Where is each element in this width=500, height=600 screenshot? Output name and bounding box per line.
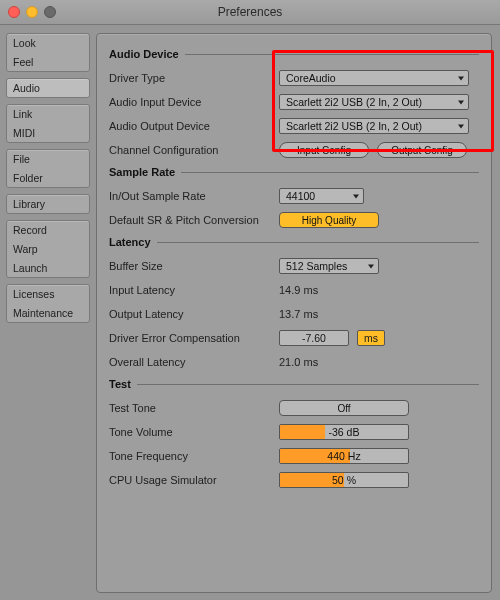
main-panel: Audio Device Driver Type CoreAudio Audio… bbox=[96, 33, 492, 593]
value-overall-latency: 21.0 ms bbox=[279, 356, 318, 368]
label-tone-volume: Tone Volume bbox=[109, 426, 279, 438]
value-input-latency: 14.9 ms bbox=[279, 284, 318, 296]
sidebar-item-link[interactable]: Link bbox=[7, 105, 89, 123]
sidebar-item-file[interactable]: File bbox=[7, 150, 89, 168]
sidebar-item-licenses[interactable]: Licenses bbox=[7, 285, 89, 303]
sample-rate-dropdown[interactable]: 44100 bbox=[279, 188, 364, 204]
sidebar-item-maintenance[interactable]: Maintenance bbox=[7, 303, 89, 322]
label-test-tone: Test Tone bbox=[109, 402, 279, 414]
audio-output-device-dropdown[interactable]: Scarlett 2i2 USB (2 In, 2 Out) bbox=[279, 118, 469, 134]
sidebar: Look Feel Audio Link MIDI File Folder Li… bbox=[0, 25, 94, 600]
label-output-latency: Output Latency bbox=[109, 308, 279, 320]
label-default-sr-pitch: Default SR & Pitch Conversion bbox=[109, 214, 279, 226]
sidebar-item-look[interactable]: Look bbox=[7, 34, 89, 52]
tone-volume-slider[interactable]: -36 dB bbox=[279, 424, 409, 440]
test-tone-toggle[interactable]: Off bbox=[279, 400, 409, 416]
sidebar-group-licenses-maintenance[interactable]: Licenses Maintenance bbox=[6, 284, 90, 323]
titlebar: Preferences bbox=[0, 0, 500, 25]
label-audio-input-device: Audio Input Device bbox=[109, 96, 279, 108]
label-cpu-usage-simulator: CPU Usage Simulator bbox=[109, 474, 279, 486]
section-title: Test bbox=[109, 378, 131, 390]
sidebar-item-midi[interactable]: MIDI bbox=[7, 123, 89, 142]
section-test: Test bbox=[109, 378, 479, 390]
sidebar-group-record-warp-launch[interactable]: Record Warp Launch bbox=[6, 220, 90, 278]
driver-type-dropdown[interactable]: CoreAudio bbox=[279, 70, 469, 86]
label-buffer-size: Buffer Size bbox=[109, 260, 279, 272]
driver-error-comp-unit-toggle[interactable]: ms bbox=[357, 330, 385, 346]
sidebar-group-library[interactable]: Library bbox=[6, 194, 90, 214]
default-sr-toggle[interactable]: High Quality bbox=[279, 212, 379, 228]
section-audio-device: Audio Device bbox=[109, 48, 479, 60]
label-audio-output-device: Audio Output Device bbox=[109, 120, 279, 132]
sidebar-item-library[interactable]: Library bbox=[7, 195, 89, 213]
label-in-out-sample-rate: In/Out Sample Rate bbox=[109, 190, 279, 202]
output-config-button[interactable]: Output Config bbox=[377, 142, 467, 158]
label-tone-frequency: Tone Frequency bbox=[109, 450, 279, 462]
sidebar-item-launch[interactable]: Launch bbox=[7, 258, 89, 277]
sidebar-item-record[interactable]: Record bbox=[7, 221, 89, 239]
section-sample-rate: Sample Rate bbox=[109, 166, 479, 178]
label-driver-error-comp: Driver Error Compensation bbox=[109, 332, 279, 344]
label-overall-latency: Overall Latency bbox=[109, 356, 279, 368]
section-latency: Latency bbox=[109, 236, 479, 248]
sidebar-group-look-feel[interactable]: Look Feel bbox=[6, 33, 90, 72]
label-channel-configuration: Channel Configuration bbox=[109, 144, 279, 156]
label-input-latency: Input Latency bbox=[109, 284, 279, 296]
sidebar-group-link-midi[interactable]: Link MIDI bbox=[6, 104, 90, 143]
sidebar-item-folder[interactable]: Folder bbox=[7, 168, 89, 187]
sidebar-item-warp[interactable]: Warp bbox=[7, 239, 89, 258]
section-title: Sample Rate bbox=[109, 166, 175, 178]
section-title: Latency bbox=[109, 236, 151, 248]
window-title: Preferences bbox=[0, 5, 500, 19]
driver-error-comp-input[interactable]: -7.60 bbox=[279, 330, 349, 346]
section-title: Audio Device bbox=[109, 48, 179, 60]
audio-input-device-dropdown[interactable]: Scarlett 2i2 USB (2 In, 2 Out) bbox=[279, 94, 469, 110]
label-driver-type: Driver Type bbox=[109, 72, 279, 84]
tone-frequency-slider[interactable]: 440 Hz bbox=[279, 448, 409, 464]
value-output-latency: 13.7 ms bbox=[279, 308, 318, 320]
buffer-size-dropdown[interactable]: 512 Samples bbox=[279, 258, 379, 274]
cpu-usage-slider[interactable]: 50 % bbox=[279, 472, 409, 488]
sidebar-item-feel[interactable]: Feel bbox=[7, 52, 89, 71]
input-config-button[interactable]: Input Config bbox=[279, 142, 369, 158]
sidebar-group-audio[interactable]: Audio bbox=[6, 78, 90, 98]
sidebar-item-audio[interactable]: Audio bbox=[7, 79, 89, 97]
sidebar-group-file-folder[interactable]: File Folder bbox=[6, 149, 90, 188]
